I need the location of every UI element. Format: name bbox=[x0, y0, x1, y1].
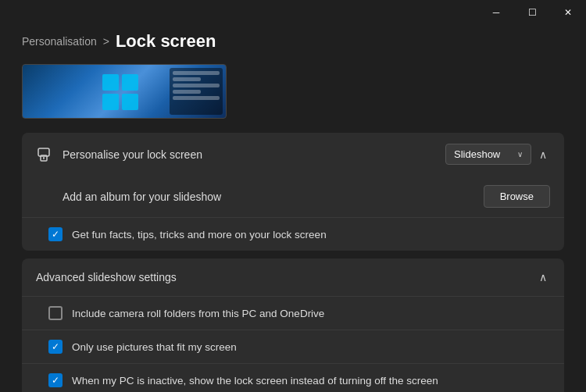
breadcrumb-parent[interactable]: Personalisation bbox=[22, 35, 97, 48]
svg-rect-3 bbox=[122, 94, 138, 110]
inactive-pc-checkbox[interactable]: ✓ bbox=[48, 373, 63, 387]
preview-line-2 bbox=[173, 77, 201, 81]
preview-inner bbox=[23, 65, 226, 118]
inactive-pc-row: ✓ When my PC is inactive, show the lock … bbox=[22, 364, 564, 392]
album-row-inner: Add an album for your slideshow Browse bbox=[22, 176, 564, 217]
browse-button[interactable]: Browse bbox=[484, 185, 550, 208]
preview-line-5 bbox=[173, 96, 220, 100]
fit-screen-checkbox[interactable]: ✓ bbox=[48, 340, 63, 354]
inactive-pc-checkmark-icon: ✓ bbox=[52, 376, 59, 385]
lock-screen-preview bbox=[22, 64, 227, 119]
fit-screen-row: ✓ Only use pictures that fit my screen bbox=[22, 330, 564, 364]
windows-logo-icon bbox=[101, 73, 140, 112]
album-label: Add an album for your slideshow bbox=[63, 191, 221, 203]
close-button[interactable]: ✕ bbox=[550, 0, 586, 25]
main-content: Personalisation > Lock screen bbox=[0, 31, 586, 392]
maximize-button[interactable]: ☐ bbox=[514, 0, 550, 25]
svg-rect-1 bbox=[122, 74, 138, 91]
lock-screen-icon bbox=[36, 147, 52, 162]
title-bar: ─ ☐ ✕ bbox=[0, 0, 586, 25]
svg-rect-2 bbox=[102, 94, 119, 110]
preview-line-3 bbox=[173, 84, 220, 87]
personalise-row: Personalise your lock screen Slideshow ∨… bbox=[22, 133, 564, 176]
personalise-row-left: Personalise your lock screen bbox=[36, 147, 202, 162]
advanced-section: Advanced slideshow settings ∧ Include ca… bbox=[22, 258, 564, 392]
personalise-label: Personalise your lock screen bbox=[63, 148, 202, 161]
preview-line-1 bbox=[173, 71, 220, 75]
preview-overlay bbox=[170, 68, 223, 115]
breadcrumb-separator: > bbox=[103, 35, 109, 48]
personalise-dropdown-value: Slideshow bbox=[454, 148, 500, 160]
camera-roll-row: Include camera roll folders from this PC… bbox=[22, 297, 564, 330]
checkmark-icon: ✓ bbox=[52, 230, 59, 239]
fit-screen-checkmark-icon: ✓ bbox=[52, 342, 59, 351]
fit-screen-label: Only use pictures that fit my screen bbox=[72, 341, 237, 353]
fun-facts-checkbox[interactable]: ✓ bbox=[48, 227, 63, 241]
personalise-dropdown-chevron-icon: ∨ bbox=[517, 150, 523, 159]
fun-facts-label: Get fun facts, tips, tricks and more on … bbox=[72, 229, 327, 241]
advanced-section-label: Advanced slideshow settings bbox=[36, 271, 177, 283]
advanced-header: Advanced slideshow settings ∧ bbox=[22, 258, 564, 297]
personalise-expand-button[interactable]: ∧ bbox=[536, 147, 550, 162]
fun-facts-row: ✓ Get fun facts, tips, tricks and more o… bbox=[22, 218, 564, 251]
personalise-section: Personalise your lock screen Slideshow ∨… bbox=[22, 133, 564, 251]
album-row: Add an album for your slideshow Browse bbox=[22, 176, 564, 218]
breadcrumb: Personalisation > Lock screen bbox=[22, 31, 564, 52]
personalise-controls: Slideshow ∨ ∧ bbox=[445, 144, 550, 165]
personalise-dropdown[interactable]: Slideshow ∨ bbox=[445, 144, 531, 165]
camera-roll-checkbox[interactable] bbox=[48, 306, 63, 320]
minimize-button[interactable]: ─ bbox=[478, 0, 514, 25]
svg-rect-0 bbox=[102, 74, 119, 91]
breadcrumb-current: Lock screen bbox=[116, 31, 216, 52]
advanced-expand-button[interactable]: ∧ bbox=[536, 269, 550, 285]
camera-roll-label: Include camera roll folders from this PC… bbox=[72, 308, 324, 319]
preview-line-4 bbox=[173, 90, 201, 94]
inactive-pc-label: When my PC is inactive, show the lock sc… bbox=[72, 375, 438, 387]
